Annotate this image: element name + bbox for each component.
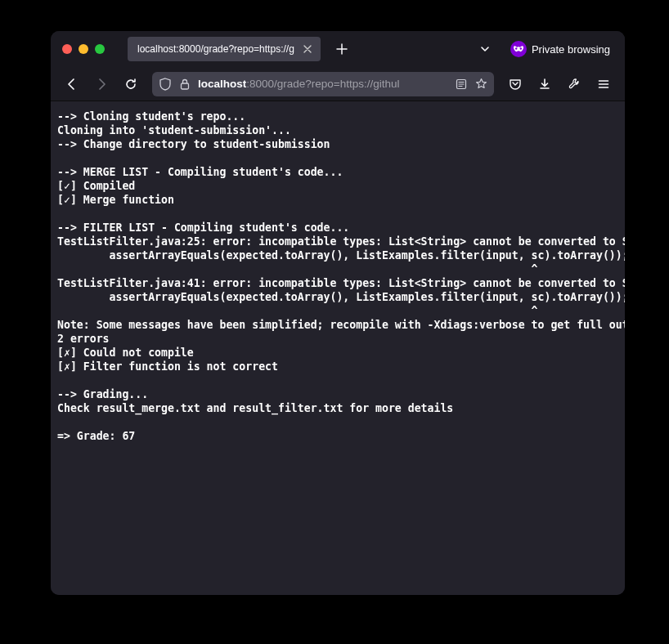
downloads-button[interactable] xyxy=(532,71,558,97)
window-controls xyxy=(62,44,105,54)
svg-point-0 xyxy=(515,47,517,49)
nav-toolbar: localhost:8000/grade?repo=https://githul xyxy=(51,67,625,101)
pocket-button[interactable] xyxy=(502,71,528,97)
term-line: assertArrayEquals(expected.toArray(), Li… xyxy=(57,291,625,303)
svg-rect-2 xyxy=(182,83,189,89)
term-line: --> Cloning student's repo... xyxy=(57,110,245,123)
reload-button[interactable] xyxy=(118,71,144,97)
term-line: [✓] Compiled xyxy=(57,180,135,192)
private-label: Private browsing xyxy=(532,43,610,56)
term-line: Cloning into 'student-submission'... xyxy=(57,124,291,136)
term-line: [✗] Filter function is not correct xyxy=(57,360,278,373)
titlebar: localhost:8000/grade?repo=https://g Priv… xyxy=(51,31,625,67)
private-browsing-indicator: Private browsing xyxy=(510,41,610,57)
app-menu-button[interactable] xyxy=(590,71,617,97)
browser-window: localhost:8000/grade?repo=https://g Priv… xyxy=(51,31,625,595)
new-tab-button[interactable] xyxy=(330,38,353,60)
term-line: --> Grading... xyxy=(57,388,148,400)
term-line: --> FILTER LIST - Compiling student's co… xyxy=(57,221,349,234)
lock-icon xyxy=(178,78,191,91)
close-tab-button[interactable] xyxy=(301,42,314,56)
term-line: [✗] Could not compile xyxy=(57,347,194,359)
browser-tab[interactable]: localhost:8000/grade?repo=https://g xyxy=(128,37,321,61)
term-line: --> MERGE LIST - Compiling student's cod… xyxy=(57,166,343,178)
close-window-button[interactable] xyxy=(62,44,72,54)
term-line: ^ xyxy=(57,263,538,275)
term-line: ^ xyxy=(57,305,538,317)
back-button[interactable] xyxy=(59,71,85,97)
bookmark-star-icon[interactable] xyxy=(474,78,487,91)
devtools-button[interactable] xyxy=(561,71,587,97)
term-line: 2 errors xyxy=(57,333,110,345)
tab-title: localhost:8000/grade?repo=https://g xyxy=(137,43,294,55)
term-line: Note: Some messages have been simplified… xyxy=(57,319,625,331)
term-line: [✓] Merge function xyxy=(57,194,174,206)
forward-button[interactable] xyxy=(88,71,114,97)
term-line: --> Change directory to student-submissi… xyxy=(57,138,330,150)
minimize-window-button[interactable] xyxy=(79,44,88,54)
term-line: assertArrayEquals(expected.toArray(), Li… xyxy=(57,249,625,262)
term-line: TestListFilter.java:41: error: incompati… xyxy=(57,277,625,289)
url-text: localhost:8000/grade?repo=https://githul xyxy=(198,78,448,90)
shield-icon xyxy=(159,78,172,91)
reader-mode-icon[interactable] xyxy=(455,78,468,91)
page-content: --> Cloning student's repo... Cloning in… xyxy=(51,101,625,595)
mask-icon xyxy=(510,41,527,57)
tabs-dropdown-button[interactable] xyxy=(474,38,496,60)
svg-point-1 xyxy=(519,47,521,49)
term-line: => Grade: 67 xyxy=(57,430,135,442)
term-line: Check result_merge.txt and result_filter… xyxy=(57,402,453,414)
maximize-window-button[interactable] xyxy=(95,44,105,54)
address-bar[interactable]: localhost:8000/grade?repo=https://githul xyxy=(152,72,494,96)
term-line: TestListFilter.java:25: error: incompati… xyxy=(57,235,625,248)
